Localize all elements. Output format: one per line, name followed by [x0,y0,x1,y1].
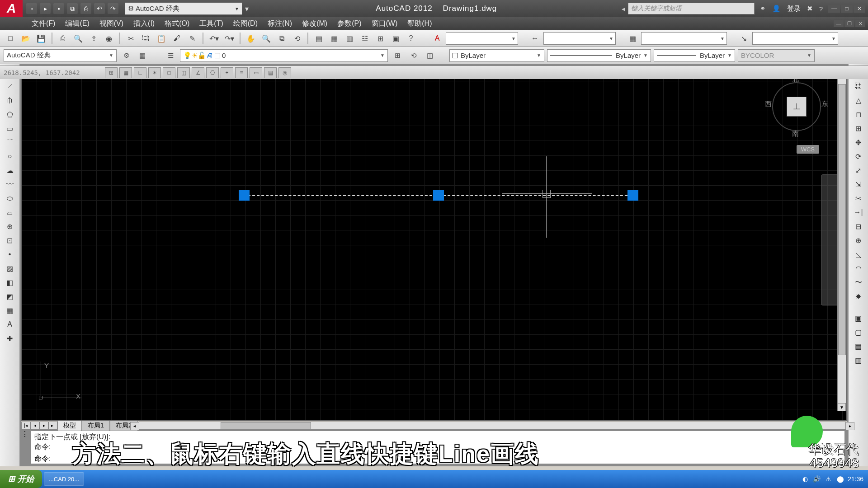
blend-icon[interactable]: 〜 [852,276,865,289]
viewcube[interactable]: 上 北 南 西 东 [765,75,828,138]
horizontal-scrollbar[interactable]: ◂ ▸ [139,422,846,430]
maximize-button[interactable]: □ [841,5,853,13]
help-icon[interactable]: ? [819,5,823,13]
workspace-settings-icon[interactable]: ⚙ [119,49,133,62]
new-icon[interactable]: □ [4,32,17,45]
tab-model[interactable]: 模型 [57,420,82,431]
zoom-prev-icon[interactable]: ⟲ [290,32,304,45]
polar-toggle[interactable]: ✶ [148,67,161,78]
ellipse-icon[interactable]: ⬭ [4,192,16,205]
textstyle-icon[interactable]: A [430,32,444,45]
linetype-dropdown[interactable]: ByLayer▼ [547,49,651,62]
layer-prev-icon[interactable]: ⟲ [407,49,420,62]
taskbar-item-autocad[interactable]: ...CAD 20... [44,472,84,486]
viewcube-east[interactable]: 东 [821,100,828,108]
toolpalettes-icon[interactable]: ▥ [343,32,356,45]
viewcube-west[interactable]: 西 [765,100,772,108]
qat-undo-icon[interactable]: ↶ [94,3,105,14]
hscroll-left-icon[interactable]: ◂ [130,422,139,430]
publish-icon[interactable]: ⇪ [87,32,100,45]
designcenter-icon[interactable]: ▣ [389,32,402,45]
3dosnap-toggle[interactable]: ◫ [177,67,190,78]
3ddwf-icon[interactable]: ◉ [102,32,116,45]
minimize-button[interactable]: — [828,5,840,13]
doc-minimize-button[interactable]: — [834,20,844,27]
plot-icon[interactable]: ⎙ [56,32,70,45]
hscroll-right-icon[interactable]: ▸ [845,422,854,430]
polyline-icon[interactable]: ⫛ [4,94,16,107]
menu-params[interactable]: 参数(P) [337,19,361,28]
tab-layout1[interactable]: 布局1 [82,420,110,431]
coordinates-readout[interactable]: 2618.5245, 1657.2042 [4,69,103,76]
qat-open-icon[interactable]: ▸ [40,3,51,14]
viewcube-south[interactable]: 南 [792,130,799,138]
navigation-bar[interactable] [821,174,839,305]
hscroll-thumb[interactable] [221,422,311,429]
ucs-icon[interactable]: Y X [31,361,76,407]
layer-props-icon[interactable]: ☰ [164,49,177,62]
menu-dimension[interactable]: 标注(N) [268,19,292,28]
menu-format[interactable]: 格式(O) [165,19,189,28]
menu-file[interactable]: 文件(F) [32,19,55,28]
close-button[interactable]: ✕ [854,5,865,13]
mleaderstyle-icon[interactable]: ↘ [737,32,750,45]
lwt-toggle[interactable]: ≡ [235,67,248,78]
gradient-icon[interactable]: ◧ [4,276,16,289]
preview-icon[interactable]: 🔍 [71,32,85,45]
addselected-icon[interactable]: ✚ [4,332,16,345]
tab-prev-icon[interactable]: ◂ [30,422,39,430]
properties-icon[interactable]: ▤ [312,32,326,45]
drawing-canvas[interactable]: [-] [俯视] [二维线框] Y X 上 北 南 西 东 WCS [21,66,847,421]
grid-toggle[interactable]: ▦ [119,67,132,78]
menu-window[interactable]: 窗口(W) [372,19,398,28]
dyn-toggle[interactable]: + [221,67,233,78]
revcloud-icon[interactable]: ☁ [4,164,16,177]
insert-block-icon[interactable]: ⊕ [4,220,16,233]
ellipse-arc-icon[interactable]: ⌓ [4,206,16,219]
chamfer-icon[interactable]: ◺ [852,248,865,261]
break-icon[interactable]: ⊟ [852,220,865,233]
extend-icon[interactable]: →| [852,206,865,219]
menu-edit[interactable]: 编辑(E) [65,19,89,28]
matchprop-icon[interactable]: 🖌 [170,32,184,45]
layer-dropdown[interactable]: 💡 ☀ 🔓 🖨 0 ▼ [180,49,388,62]
mirror-icon[interactable]: △ [852,94,865,107]
tab-last-icon[interactable]: ▸| [48,422,57,430]
region-icon[interactable]: ◩ [4,290,16,303]
spline-icon[interactable]: 〰 [4,178,16,191]
zoom-win-icon[interactable]: ⧉ [275,32,288,45]
join-icon[interactable]: ⊕ [852,234,865,247]
layer-state-icon[interactable]: ⊞ [391,49,404,62]
quickcalc-icon[interactable]: ⊞ [373,32,387,45]
array-icon[interactable]: ⊞ [852,122,865,135]
mleaderstyle-dropdown[interactable]: ▼ [752,32,838,45]
sc-toggle[interactable]: ◎ [278,67,291,78]
viewcube-face[interactable]: 上 [787,97,807,117]
user-icon[interactable]: 👤 [772,5,781,13]
workspace-save-icon[interactable]: ▦ [136,49,149,62]
tab-first-icon[interactable]: |◂ [21,422,30,430]
qat-redo-icon[interactable]: ↷ [108,3,118,14]
draworder4-icon[interactable]: ▥ [852,354,865,366]
menu-tools[interactable]: 工具(T) [199,19,223,28]
workspace-dropdown[interactable]: ⚙ AutoCAD 经典 ▼ [125,2,242,15]
menu-insert[interactable]: 插入(I) [133,19,155,28]
tablestyle-icon[interactable]: ▦ [626,32,639,45]
paste-icon[interactable]: 📋 [155,32,168,45]
offset-icon[interactable]: ⊓ [852,108,865,121]
tpy-toggle[interactable]: ▭ [250,67,262,78]
snap-toggle[interactable]: ⊞ [105,67,118,78]
tray-icon-3[interactable]: ⚠ [824,474,833,483]
fillet-icon[interactable]: ◠ [852,262,865,275]
doc-close-button[interactable]: ✕ [855,20,865,27]
workspace2-dropdown[interactable]: AutoCAD 经典▼ [4,49,117,62]
qat-saveas-icon[interactable]: ⧉ [67,3,78,14]
cut-icon[interactable]: ✂ [124,32,137,45]
signin-label[interactable]: 登录 [787,5,801,13]
qat-new-icon[interactable]: ▫ [26,3,37,14]
blockeditor-icon[interactable]: ✎ [185,32,199,45]
move-icon[interactable]: ✥ [852,136,865,149]
menu-help[interactable]: 帮助(H) [407,19,432,28]
tray-clock[interactable]: 21:36 [848,475,863,483]
tab-next-icon[interactable]: ▸ [39,422,48,430]
